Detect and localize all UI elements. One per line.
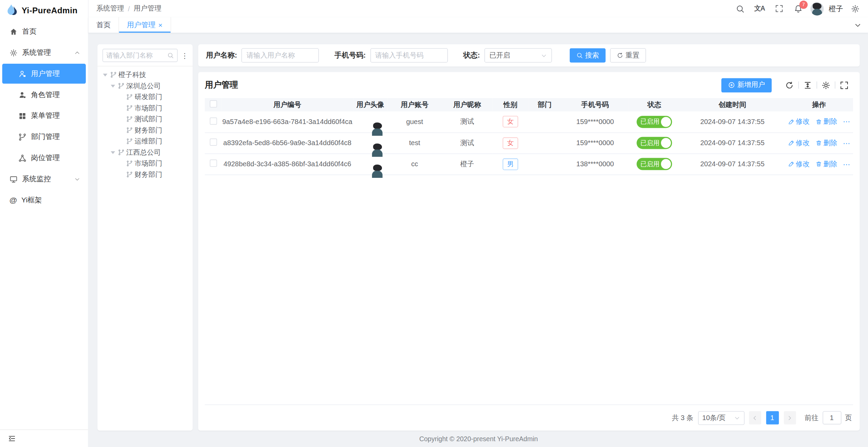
status-toggle[interactable]: 已启用	[637, 137, 672, 149]
status-toggle[interactable]: 已启用	[637, 115, 672, 128]
app-title: Yi-PureAdmin	[21, 5, 77, 15]
status-select[interactable]: 已开启	[484, 48, 552, 62]
prev-page-button[interactable]	[749, 411, 761, 425]
select-all-checkbox[interactable]	[210, 100, 217, 107]
app-root: Yi-PureAdmin 首页 系统管理 用户管理 角色管理 菜	[0, 0, 868, 447]
tree-node-label: 财务部门	[134, 170, 162, 179]
logo[interactable]: Yi-PureAdmin	[0, 0, 88, 20]
branch-icon	[126, 127, 133, 134]
status-select-value: 已开启	[489, 51, 510, 60]
tree-node[interactable]: 深圳总公司	[97, 80, 193, 92]
sidebar-menu: 首页 系统管理 用户管理 角色管理 菜单管理 部门管理	[0, 20, 88, 430]
close-icon[interactable]: ×	[158, 21, 162, 29]
row-checkbox[interactable]	[210, 139, 217, 146]
settings-button[interactable]	[848, 1, 862, 16]
username[interactable]: 橙子	[829, 4, 843, 14]
breadcrumb-item[interactable]: 系统管理	[96, 4, 124, 13]
tree-node[interactable]: 市场部门	[97, 103, 193, 114]
name-filter-input[interactable]	[242, 48, 319, 62]
tree-node[interactable]: 橙子科技	[97, 69, 193, 80]
sidebar-item-label: 部门管理	[31, 132, 60, 142]
reset-button[interactable]: 重置	[610, 48, 646, 62]
tree-node[interactable]: 运维部门	[97, 136, 193, 147]
more-actions-button[interactable]: ⋯	[843, 160, 851, 168]
search-submit-button[interactable]: 搜索	[570, 48, 606, 62]
fullscreen-button[interactable]	[772, 1, 786, 16]
sidebar-item-home[interactable]: 首页	[0, 21, 88, 42]
nickname-cell: 橙子	[442, 153, 493, 174]
created-time-cell: 2024-09-07 14:37:55	[680, 133, 785, 154]
sidebar-item-monitor[interactable]: 系统监控	[0, 168, 88, 189]
tab-actions-dropdown[interactable]	[848, 17, 868, 33]
chevron-down-icon	[541, 52, 547, 59]
tree-search-box	[102, 49, 178, 62]
caret-down-icon[interactable]	[103, 73, 107, 76]
goto-page-input[interactable]	[822, 411, 841, 425]
column-header: 操作	[785, 98, 853, 111]
more-actions-button[interactable]: ⋯	[843, 139, 851, 147]
fullscreen-icon[interactable]	[840, 81, 849, 90]
status-toggle[interactable]: 已启用	[637, 158, 672, 170]
edit-button[interactable]: 修改	[787, 159, 809, 169]
chevron-down-icon	[734, 415, 740, 421]
collapse-sidebar-icon[interactable]	[8, 434, 16, 443]
chevron-down-icon	[854, 21, 861, 29]
row-checkbox[interactable]	[210, 117, 217, 124]
department-tree-panel: ⋮ 橙子科技 深圳总公司 研发部门 市场部门 测试部门 财务部门 运维部门 江西…	[97, 44, 193, 431]
row-checkbox[interactable]	[210, 159, 217, 167]
more-vertical-icon[interactable]: ⋮	[180, 52, 190, 59]
translate-button[interactable]: 文A	[752, 1, 767, 16]
sidebar-item-framework[interactable]: @ Yi框架	[0, 189, 88, 211]
more-actions-button[interactable]: ⋯	[843, 118, 851, 126]
caret-down-icon[interactable]	[111, 84, 115, 87]
user-id-cell: 9a57a4e8-e196-663a-7841-3a14dd60f4ca	[222, 111, 353, 133]
edit-button[interactable]: 修改	[787, 117, 809, 127]
tree-node[interactable]: 江西总公司	[97, 147, 193, 158]
phone-filter-label: 手机号码:	[335, 50, 366, 60]
main-column: 系统管理 / 用户管理 文A 7	[89, 0, 868, 447]
tree-node[interactable]: 研发部门	[97, 91, 193, 103]
delete-button[interactable]: 删除	[815, 117, 837, 127]
sidebar-item-users[interactable]: 用户管理	[2, 64, 86, 84]
tree-node-label: 研发部门	[134, 92, 162, 102]
branch-icon	[118, 149, 125, 156]
sidebar-item-label: 系统监控	[22, 174, 51, 184]
page-size-select[interactable]: 10条/页	[698, 411, 744, 425]
next-page-button[interactable]	[784, 411, 796, 425]
phone-filter-input[interactable]	[370, 48, 448, 62]
topbar: 系统管理 / 用户管理 文A 7	[89, 0, 868, 17]
column-settings-icon[interactable]	[821, 81, 830, 90]
user-id-cell: 4928be8d-3c34-a385-86bf-3a14dd60f4c6	[222, 153, 353, 174]
search-button[interactable]	[733, 1, 747, 16]
tab-user-management[interactable]: 用户管理 ×	[119, 17, 171, 33]
page-number-button[interactable]: 1	[766, 411, 778, 425]
sidebar-item-menus[interactable]: 菜单管理	[0, 105, 88, 126]
tree-search-input[interactable]	[106, 51, 165, 59]
sidebar-item-roles[interactable]: 角色管理	[0, 84, 88, 105]
add-user-button[interactable]: 新增用户	[721, 78, 772, 92]
delete-button[interactable]: 删除	[815, 138, 837, 148]
user-id-cell: a8392efa-5ed8-6b56-9a9e-3a14dd60f4c8	[222, 133, 353, 154]
sidebar-item-posts[interactable]: 岗位管理	[0, 148, 88, 169]
gender-badge: 男	[503, 158, 518, 170]
tree-node[interactable]: 财务部门	[97, 169, 193, 180]
notifications-button[interactable]: 7	[791, 1, 805, 16]
sidebar-item-label: 用户管理	[31, 69, 60, 79]
pencil-icon	[787, 119, 794, 125]
main-content: ⋮ 橙子科技 深圳总公司 研发部门 市场部门 测试部门 财务部门 运维部门 江西…	[89, 33, 868, 447]
user-menu[interactable]	[810, 1, 824, 16]
tab-home[interactable]: 首页	[89, 17, 119, 33]
sidebar-item-system[interactable]: 系统管理	[0, 42, 88, 63]
chevron-left-icon	[752, 415, 758, 421]
tree-node[interactable]: 测试部门	[97, 113, 193, 125]
at-icon: @	[10, 196, 17, 204]
caret-down-icon[interactable]	[111, 151, 115, 154]
density-icon[interactable]	[803, 81, 812, 90]
sidebar-item-departments[interactable]: 部门管理	[0, 126, 88, 148]
column-header: 创建时间	[680, 98, 785, 111]
refresh-icon[interactable]	[785, 81, 794, 90]
tree-node[interactable]: 财务部门	[97, 125, 193, 136]
delete-button[interactable]: 删除	[815, 159, 837, 169]
edit-button[interactable]: 修改	[787, 138, 809, 148]
tree-node[interactable]: 市场部门	[97, 158, 193, 169]
